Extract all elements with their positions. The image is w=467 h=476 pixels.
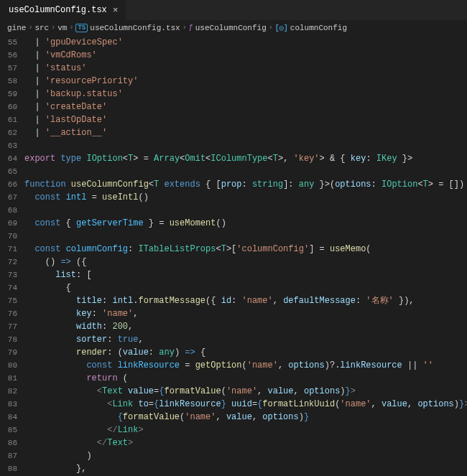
chevron-right-icon: › xyxy=(51,24,55,32)
line-number: 74 xyxy=(0,281,17,294)
typescript-icon: TS xyxy=(75,24,88,32)
line-number: 84 xyxy=(0,411,17,424)
editor[interactable]: 5556575859606162636465666768697071727374… xyxy=(0,36,467,476)
line-number: 86 xyxy=(0,437,17,449)
line-number: 85 xyxy=(0,424,17,437)
code-line: | 'backup.status' xyxy=(24,88,467,101)
chevron-right-icon: › xyxy=(28,24,32,32)
code-line: title: intl.formatMessage({ id: 'name', … xyxy=(24,294,467,307)
code-line: key: 'name', xyxy=(24,307,467,320)
code-line xyxy=(24,165,467,178)
crumb[interactable]: gine xyxy=(7,24,26,32)
line-number: 69 xyxy=(0,217,17,230)
line-number: 65 xyxy=(0,165,17,178)
line-number: 79 xyxy=(0,346,17,359)
code-line: list: [ xyxy=(24,269,467,281)
code-line: </Text> xyxy=(24,437,467,449)
editor-tab[interactable]: useColumnConfig.tsx × xyxy=(0,0,126,20)
line-number: 64 xyxy=(0,152,17,165)
code-line: { xyxy=(24,281,467,294)
line-number: 56 xyxy=(0,49,17,62)
code-line xyxy=(24,139,467,152)
line-number: 59 xyxy=(0,88,17,101)
code-line: </Link> xyxy=(24,424,467,437)
close-icon[interactable]: × xyxy=(113,6,119,15)
line-number: 61 xyxy=(0,113,17,126)
code-line: render: (value: any) => { xyxy=(24,346,467,359)
code-line: }, xyxy=(24,462,467,475)
code-line: export type IOption<T> = Array<Omit<ICol… xyxy=(24,152,467,165)
line-number: 67 xyxy=(0,191,17,204)
crumb[interactable]: useColumnConfig xyxy=(195,24,267,32)
line-number: 55 xyxy=(0,36,17,49)
line-number: 82 xyxy=(0,385,17,398)
code-line: const linkResource = getOption('name', o… xyxy=(24,359,467,372)
code-line: const { getServerTime } = useMoment() xyxy=(24,217,467,230)
tab-bar: useColumnConfig.tsx × xyxy=(0,0,467,20)
code-line: | 'vmCdRoms' xyxy=(24,49,467,62)
code-line: ) xyxy=(24,449,467,462)
chevron-right-icon: › xyxy=(69,24,73,32)
chevron-right-icon: › xyxy=(182,24,187,32)
line-number: 81 xyxy=(0,372,17,385)
code-line: | '__action__' xyxy=(24,126,467,139)
line-number: 83 xyxy=(0,398,17,411)
code-line: const intl = useIntl() xyxy=(24,191,467,204)
crumb[interactable]: columnConfig xyxy=(290,24,347,32)
line-number: 75 xyxy=(0,294,17,307)
line-number: 71 xyxy=(0,243,17,256)
line-gutter: 5556575859606162636465666768697071727374… xyxy=(0,36,24,476)
code-line: | 'lastOpDate' xyxy=(24,113,467,126)
line-number: 73 xyxy=(0,269,17,281)
crumb[interactable]: useColumnConfig.tsx xyxy=(90,24,180,32)
code-line: width: 200, xyxy=(24,320,467,333)
crumb[interactable]: vm xyxy=(57,24,67,32)
line-number: 63 xyxy=(0,139,17,152)
line-number: 60 xyxy=(0,101,17,113)
code-line: | 'resourcePriority' xyxy=(24,75,467,88)
line-number: 58 xyxy=(0,75,17,88)
code-line xyxy=(24,204,467,217)
line-number: 72 xyxy=(0,256,17,269)
breadcrumb: gine › src › vm › TS useColumnConfig.tsx… xyxy=(0,20,467,36)
line-number: 77 xyxy=(0,320,17,333)
code-line: | 'createDate' xyxy=(24,101,467,113)
code-line: | 'status' xyxy=(24,62,467,75)
crumb[interactable]: src xyxy=(34,24,49,32)
code-line xyxy=(24,230,467,243)
line-number: 70 xyxy=(0,230,17,243)
function-icon: ƒ xyxy=(189,24,193,32)
line-number: 57 xyxy=(0,62,17,75)
code-line: function useColumnConfig<T extends { [pr… xyxy=(24,178,467,191)
code-line: () => ({ xyxy=(24,256,467,269)
line-number: 78 xyxy=(0,333,17,346)
chevron-right-icon: › xyxy=(269,24,273,32)
code-line: <Link to={linkResource} uuid={formatLink… xyxy=(24,398,467,411)
tab-title: useColumnConfig.tsx xyxy=(9,5,107,15)
line-number: 66 xyxy=(0,178,17,191)
line-number: 68 xyxy=(0,204,17,217)
code-line: const columnConfig: ITableListProps<T>['… xyxy=(24,243,467,256)
code-line: sorter: true, xyxy=(24,333,467,346)
variable-icon: [◎] xyxy=(275,24,288,32)
line-number: 80 xyxy=(0,359,17,372)
line-number: 87 xyxy=(0,449,17,462)
code-line: return ( xyxy=(24,372,467,385)
line-number: 62 xyxy=(0,126,17,139)
line-number: 76 xyxy=(0,307,17,320)
code-area[interactable]: | 'gpuDeviceSpec' | 'vmCdRoms' | 'status… xyxy=(24,36,467,476)
code-line: | 'gpuDeviceSpec' xyxy=(24,36,467,49)
line-number: 88 xyxy=(0,462,17,475)
code-line: <Text value={formatValue('name', value, … xyxy=(24,385,467,398)
code-line: {formatValue('name', value, options)} xyxy=(24,411,467,424)
